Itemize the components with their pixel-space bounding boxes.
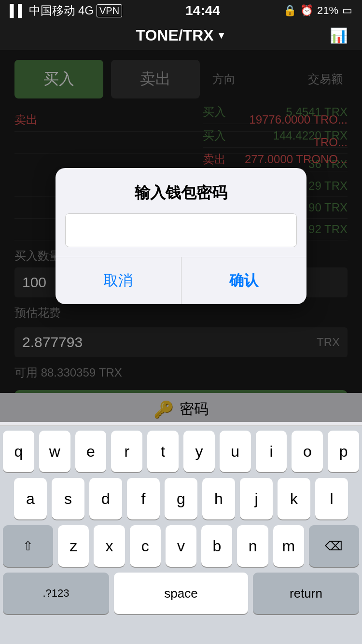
vpn-label: VPN [97, 4, 122, 17]
dialog-overlay: 输入钱包密码 取消 确认 [0, 50, 362, 422]
key-c[interactable]: c [130, 525, 161, 567]
key-l[interactable]: l [315, 478, 348, 519]
key-w[interactable]: w [39, 431, 70, 472]
return-key[interactable]: return [253, 573, 359, 614]
key-s[interactable]: s [52, 478, 84, 519]
status-left: ▌▌ 中国移动 4G VPN [10, 3, 122, 18]
status-bar: ▌▌ 中国移动 4G VPN 14:44 🔒 ⏰ 21% ▭ [0, 0, 362, 21]
status-time: 14:44 [185, 3, 220, 18]
signal-icon: ▌▌ [10, 4, 26, 17]
key-d[interactable]: d [89, 478, 122, 519]
dialog-buttons: 取消 确认 [56, 257, 306, 304]
key-b[interactable]: b [201, 525, 232, 567]
nav-bar: TONE/TRX ▼ 📊 [0, 21, 362, 50]
battery-label: 21% [317, 4, 338, 17]
key-y[interactable]: y [183, 431, 215, 472]
key-u[interactable]: u [220, 431, 251, 472]
status-right: 🔒 ⏰ 21% ▭ [283, 4, 352, 17]
key-m[interactable]: m [273, 525, 304, 567]
dropdown-icon: ▼ [217, 30, 226, 41]
shift-key[interactable]: ⇧ [3, 525, 53, 567]
dialog-title: 输入钱包密码 [56, 168, 306, 213]
key-i[interactable]: i [256, 431, 287, 472]
keyboard-rows: q w e r t y u i o p a s d f g h j k l ⇧ … [0, 426, 362, 614]
key-g[interactable]: g [165, 478, 197, 519]
key-a[interactable]: a [14, 478, 47, 519]
carrier-label: 中国移动 [29, 3, 75, 18]
key-k[interactable]: k [278, 478, 310, 519]
key-row-4: .?123 space return [3, 573, 359, 614]
battery-icon: ▭ [342, 4, 352, 17]
key-row-2: a s d f g h j k l [3, 478, 359, 519]
trading-area: 买入 卖出 方向 交易额 卖出 19776.0000 TRO... TRO...… [0, 50, 362, 422]
key-row-3: ⇧ z x c v b n m ⌫ [3, 525, 359, 567]
keyboard-area: 🔑 密码 q w e r t y u i o p a s d f g h j k… [0, 393, 362, 644]
dialog-input-wrap[interactable] [56, 213, 306, 257]
key-e[interactable]: e [75, 431, 107, 472]
space-key[interactable]: space [114, 573, 248, 614]
cancel-button[interactable]: 取消 [56, 257, 181, 304]
key-p[interactable]: p [328, 431, 359, 472]
key-z[interactable]: z [58, 525, 89, 567]
key-v[interactable]: v [166, 525, 196, 567]
confirm-button[interactable]: 确认 [181, 257, 307, 304]
pair-label: TONE/TRX [136, 27, 214, 44]
lock-icon: 🔒 [283, 4, 296, 17]
password-input[interactable] [65, 213, 297, 247]
key-q[interactable]: q [3, 431, 34, 472]
symbols-key[interactable]: .?123 [3, 573, 109, 614]
key-t[interactable]: t [147, 431, 179, 472]
chart-icon[interactable]: 📊 [330, 27, 348, 44]
key-h[interactable]: h [202, 478, 235, 519]
nav-title[interactable]: TONE/TRX ▼ [136, 27, 226, 44]
key-n[interactable]: n [237, 525, 268, 567]
password-dialog: 输入钱包密码 取消 确认 [56, 168, 306, 304]
key-x[interactable]: x [94, 525, 125, 567]
key-row-1: q w e r t y u i o p [3, 431, 359, 472]
network-label: 4G [78, 4, 94, 17]
key-o[interactable]: o [292, 431, 323, 472]
backspace-key[interactable]: ⌫ [309, 525, 359, 567]
key-j[interactable]: j [240, 478, 273, 519]
key-r[interactable]: r [111, 431, 142, 472]
key-f[interactable]: f [127, 478, 160, 519]
alarm-icon: ⏰ [300, 4, 313, 17]
